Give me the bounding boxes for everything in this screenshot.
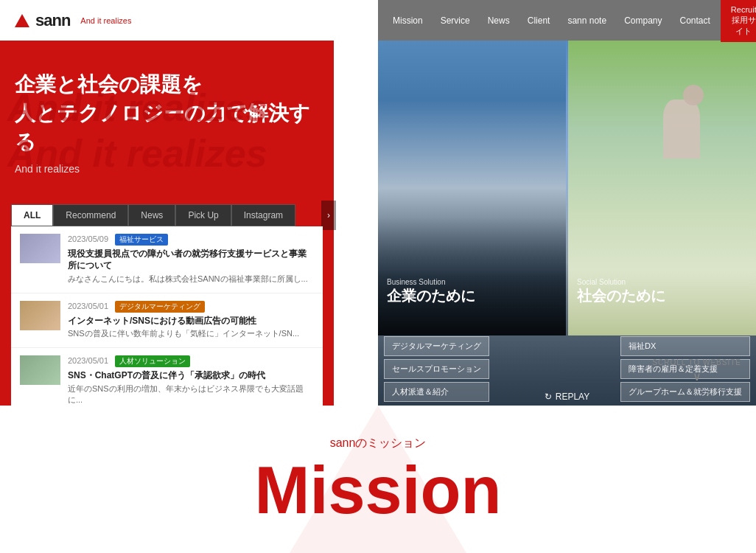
scroll-to-label: SCROLL TO WEBSITE <box>652 358 741 366</box>
person-silhouette <box>663 100 700 159</box>
replay-button[interactable]: ↻ REPLAY <box>545 392 589 402</box>
news-date-3: 2023/05/01 人材ソリューション <box>68 355 314 367</box>
news-tag-2: デジタルマーケティング <box>115 301 205 313</box>
service-tag-sales-promotion[interactable]: セールスプロモーション <box>384 359 489 379</box>
tab-all[interactable]: ALL <box>11 204 53 226</box>
nav-bar: Mission Service News Client sann note Co… <box>378 0 756 41</box>
news-thumb-1 <box>20 234 60 263</box>
person-head <box>683 85 704 105</box>
news-thumb-3 <box>20 355 60 385</box>
nav-sann-note[interactable]: sann note <box>560 11 614 30</box>
service-tag-staffing[interactable]: 人材派遣＆紹介 <box>384 382 489 402</box>
mission-section: sannのミッション Mission <box>0 406 756 553</box>
news-content-2: 2023/05/01 デジタルマーケティング インターネット/SNSにおける動画… <box>68 301 314 340</box>
nav-client[interactable]: Client <box>520 11 558 30</box>
news-tag-3: 人材ソリューション <box>115 355 190 367</box>
mission-title: Mission <box>254 457 501 524</box>
recruit-button[interactable]: Recruit 採用サイト ↗ <box>721 0 756 42</box>
news-content-1: 2023/05/09 福祉サービス 現役支援員視点での障がい者の就労移行支援サー… <box>68 234 314 285</box>
logo-triangle-icon <box>15 14 29 27</box>
news-item[interactable]: 2023/05/09 福祉サービス 現役支援員視点での障がい者の就労移行支援サー… <box>11 226 323 293</box>
replay-label: REPLAY <box>556 392 589 402</box>
mission-content: sannのミッション Mission <box>254 436 501 524</box>
tab-instagram[interactable]: Instagram <box>231 204 295 226</box>
hero-text: 企業と社会の課題を 人とテクノロジーの力で解決する And it realize… <box>0 41 334 204</box>
news-title-1: 現役支援員視点での障がい者の就労移行支援サービスと事業所について <box>68 248 314 273</box>
logo-tagline: And it realizes <box>80 16 131 25</box>
service-tags-left: デジタルマーケティング セールスプロモーション 人材派遣＆紹介 <box>384 336 489 402</box>
hero-subtitle: And it realizes <box>15 163 315 175</box>
hero-right-section: Business Solution 企業のために Social Solution… <box>378 41 756 409</box>
hero-left-section: And it realizesAnd it realizes 企業と社会の課題を… <box>0 41 334 409</box>
recruit-sublabel: 採用サイト <box>731 15 756 36</box>
nav-company[interactable]: Company <box>617 11 669 30</box>
news-excerpt-1: みなさんこんにちは。私は株式会社SANNの福祉事業部に所属し... <box>68 274 314 285</box>
logo-text: sann <box>35 11 70 30</box>
card2-title: 社会のために <box>577 286 747 306</box>
scroll-chevron-icon: ∨ <box>693 369 701 383</box>
tab-pickup[interactable]: Pick Up <box>175 204 231 226</box>
news-title-3: SNS・ChatGPTの普及に伴う「承認欲求」の時代 <box>68 369 314 382</box>
service-tag-welfare-dx[interactable]: 福祉DX <box>620 336 750 356</box>
service-tag-digital-marketing[interactable]: デジタルマーケティング <box>384 336 489 356</box>
tab-news[interactable]: News <box>128 204 175 226</box>
hero-headline: 企業と社会の課題を 人とテクノロジーの力で解決する <box>15 70 315 157</box>
logo[interactable]: sann And it realizes <box>15 11 131 30</box>
nav-service[interactable]: Service <box>433 11 477 30</box>
nav-news[interactable]: News <box>480 11 517 30</box>
hero-card-social[interactable]: Social Solution 社会のために <box>568 41 756 335</box>
news-excerpt-2: SNSの普及に伴い数年前よりも「気軽に」インターネット/SN... <box>68 328 314 339</box>
news-tabs: ALL Recommend News Pick Up Instagram › <box>11 204 323 226</box>
card1-sublabel: Business Solution <box>387 278 557 286</box>
service-tag-group-home[interactable]: グループホーム＆就労移行支援 <box>620 382 750 402</box>
card2-sublabel: Social Solution <box>577 278 747 286</box>
card1-title: 企業のために <box>387 286 557 306</box>
news-date-2: 2023/05/01 デジタルマーケティング <box>68 301 314 313</box>
news-list: 2023/05/09 福祉サービス 現役支援員視点での障がい者の就労移行支援サー… <box>11 226 323 414</box>
scroll-to-website[interactable]: SCROLL TO WEBSITE ∨ <box>652 358 741 383</box>
recruit-label: Recruit <box>731 4 756 15</box>
nav-mission[interactable]: Mission <box>385 11 430 30</box>
hero-card-business[interactable]: Business Solution 企業のために <box>378 41 566 335</box>
replay-icon: ↻ <box>545 392 552 402</box>
news-next-arrow[interactable]: › <box>321 201 336 230</box>
news-item[interactable]: 2023/05/01 デジタルマーケティング インターネット/SNSにおける動画… <box>11 293 323 348</box>
news-excerpt-3: 近年のSNSの利用の増加、年末からはビジネス界隈でも大変話題に... <box>68 383 314 406</box>
news-date-1: 2023/05/09 福祉サービス <box>68 234 314 246</box>
hero-cards: Business Solution 企業のために Social Solution… <box>378 41 756 335</box>
news-content-3: 2023/05/01 人材ソリューション SNS・ChatGPTの普及に伴う「承… <box>68 355 314 406</box>
news-tag-1: 福祉サービス <box>115 234 168 246</box>
header: sann And it realizes <box>0 0 378 41</box>
mission-sublabel: sannのミッション <box>254 436 501 451</box>
news-title-2: インターネット/SNSにおける動画広告の可能性 <box>68 315 314 327</box>
news-item[interactable]: 2023/05/01 人材ソリューション SNS・ChatGPTの普及に伴う「承… <box>11 348 323 414</box>
nav-contact[interactable]: Contact <box>672 11 717 30</box>
news-thumb-2 <box>20 301 60 330</box>
tab-recommend[interactable]: Recommend <box>53 204 128 226</box>
card1-label: Business Solution 企業のために <box>378 271 566 335</box>
card2-label: Social Solution 社会のために <box>568 271 756 335</box>
